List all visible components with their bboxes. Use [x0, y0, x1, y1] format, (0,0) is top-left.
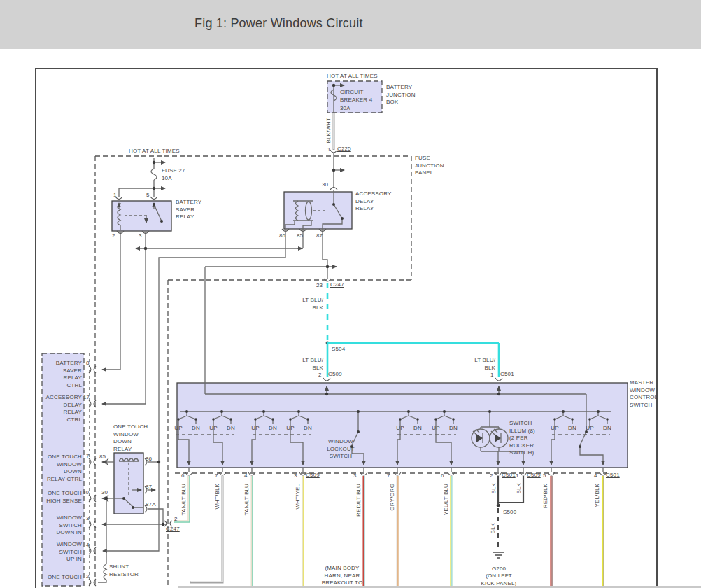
module-pin-10: 10 [83, 489, 89, 497]
pin-number: 4 [244, 472, 248, 480]
accessory-delay-relay-label: ACCESSORY DELAY RELAY [355, 190, 391, 213]
module-pin-4: 4 [86, 542, 90, 550]
otwdr-pin87: 87 [146, 484, 152, 491]
shunt-resistor-label: SHUNT RESISTOR [109, 564, 139, 578]
wire-label: RED/LT BLU [355, 484, 363, 517]
c247-pin23: 23 [316, 282, 323, 290]
otwdr-pin86: 86 [146, 456, 152, 463]
wire-label: WHT/YEL [295, 484, 302, 510]
c501-pin1: 1 [490, 372, 494, 379]
switch-dn-label: DN [227, 425, 235, 433]
switch-up-label: UP [174, 425, 182, 433]
connector-link-c225[interactable]: C225 [337, 146, 351, 153]
wire-label: YEL/LT BLU [443, 484, 451, 515]
switch-up-label: UP [432, 425, 439, 433]
wire-label: YEL/BLK [594, 484, 602, 507]
wire-label: GRY/ORG [389, 484, 397, 511]
connector-link-c247-2[interactable]: C247 [166, 526, 180, 533]
module-pin-17: 17 [83, 394, 90, 402]
adr-pin85: 85 [297, 232, 303, 240]
pin-number: 6 [441, 472, 444, 480]
otwdr-pin30: 30 [101, 489, 108, 497]
battery-junction-box-label: BATTERY JUNCTION BOX [386, 84, 416, 106]
connector-link-c509[interactable]: C509 [306, 472, 320, 479]
harness-note: (MAIN BODY HARN, NEAR BREAKOUT TO [322, 565, 363, 587]
switch-dn-label: DN [603, 425, 611, 433]
wire-label: TAN/LT BLU [243, 484, 251, 516]
module-label-one-touch-high-sense: ONE TOUCH HIGH SENSE [12, 490, 82, 505]
connector-link-c509[interactable]: C509 [527, 472, 541, 479]
switch-dn-label: DN [568, 425, 576, 433]
switch-dn-label: DN [304, 425, 312, 433]
module-label-otwd-relay-ctrl: ONE TOUCH WINDOW DOWN RELAY CTRL [12, 454, 82, 483]
wire-label: RED/BLK [542, 484, 550, 508]
fuse27-label: FUSE 27 [162, 167, 185, 175]
pin-number: 3 [294, 472, 297, 480]
module-label-one-touch: ONE TOUCH [12, 574, 82, 582]
battery-saver-relay-label: BATTERY SAVER RELAY [176, 199, 201, 221]
pin-number: 2 [490, 472, 493, 480]
module-label-adr-ctrl: ACCESSORY DELAY RELAY CTRL [12, 394, 82, 424]
connector-link-c501-top[interactable]: C501 [500, 371, 514, 379]
switch-dn-label: DN [192, 425, 200, 433]
connector-link-c501[interactable]: C501 [502, 472, 516, 479]
switch-up-label: UP [396, 425, 404, 433]
wire-label-blk-wht: BLK/WHT [325, 118, 333, 144]
switch-up-label: UP [209, 425, 217, 433]
hot-at-all-times-top: HOT AT ALL TIMES [327, 73, 378, 80]
bsr-pin3: 3 [139, 232, 142, 240]
wire-label: BLK [490, 483, 498, 494]
module-pin-7: 7 [86, 453, 90, 461]
connector-link-c247[interactable]: C247 [330, 281, 344, 289]
pin-number: 3 [353, 472, 357, 480]
circuit-breaker-amps: 30A [340, 105, 350, 113]
window-lockout-switch-label: WINDOW LOCKOUT SWITCH [327, 438, 355, 461]
c225-pin: 1 [327, 146, 331, 154]
switch-dn-label: DN [449, 425, 458, 433]
pin-number: 4 [594, 472, 597, 480]
wire-label: BLK [516, 483, 523, 494]
splice-s504: S504 [332, 346, 345, 354]
adr-pin86: 86 [279, 232, 285, 240]
otwdr-pin87a: 87A [146, 501, 156, 509]
module-label-window-switch-up-in: WINDOW SWITCH UP IN [12, 541, 82, 564]
wire-label: WHT/BLK [214, 484, 222, 510]
switch-up-label: UP [586, 425, 593, 433]
wire-label: TAN/LT BLU [180, 484, 188, 516]
wire-label-gnd-blk: BLK [490, 523, 497, 534]
circuit-breaker-label: CIRCUIT BREAKER 4 [340, 89, 372, 104]
diagram-page: Fig 1: Power Windows Circuit [0, 0, 701, 588]
one-touch-relay-label: ONE TOUCH WINDOW DOWN RELAY [113, 424, 148, 453]
master-window-switch-label: MASTER WINDOW CONTROL SWITCH [630, 379, 658, 409]
pin-number: 7 [215, 472, 218, 480]
module-pin-2: 2 [86, 573, 90, 581]
switch-illum-label: SWITCH ILLUM (8) (2 PER ROCKER SWITCH) [509, 420, 535, 457]
module-pin-3: 3 [86, 515, 90, 523]
splice-s500: S500 [503, 509, 516, 517]
c247-pin2: 2 [174, 516, 178, 524]
pin-number: 7 [387, 472, 390, 480]
connector-link-c501[interactable]: C501 [606, 472, 620, 479]
pin-number: 5 [543, 472, 546, 480]
pin-number: 1 [516, 472, 519, 480]
module-pin-8: 8 [86, 360, 90, 368]
bsr-pin5: 5 [146, 192, 150, 200]
bsr-pin1: 1 [113, 192, 117, 200]
wire-label-ltblu-blk-3: LT BLU/ BLK [425, 357, 495, 372]
hot-at-all-times-left: HOT AT ALL TIMES [129, 148, 180, 155]
wire-label-ltblu-blk-1: LT BLU/ BLK [253, 297, 323, 312]
fuse-junction-panel-label: FUSE JUNCTION PANEL [415, 155, 444, 177]
ground-name: G200 [492, 566, 506, 573]
adr-pin30: 30 [322, 181, 328, 189]
adr-pin87: 87 [316, 232, 323, 240]
switch-dn-label: DN [413, 425, 422, 433]
switch-dn-label: DN [269, 425, 277, 433]
fuse27-amps: 10A [162, 175, 172, 183]
pin-number: 6 [181, 472, 185, 480]
switch-up-label: UP [251, 425, 259, 433]
ground-location: (ON LEFT KICK PANEL) [481, 573, 517, 587]
connector-link-c509-top[interactable]: C509 [328, 371, 342, 379]
bsr-pin2: 2 [112, 232, 115, 240]
switch-up-label: UP [286, 425, 294, 433]
module-label-window-switch-down-in: WINDOW SWITCH DOWN IN [12, 514, 82, 537]
